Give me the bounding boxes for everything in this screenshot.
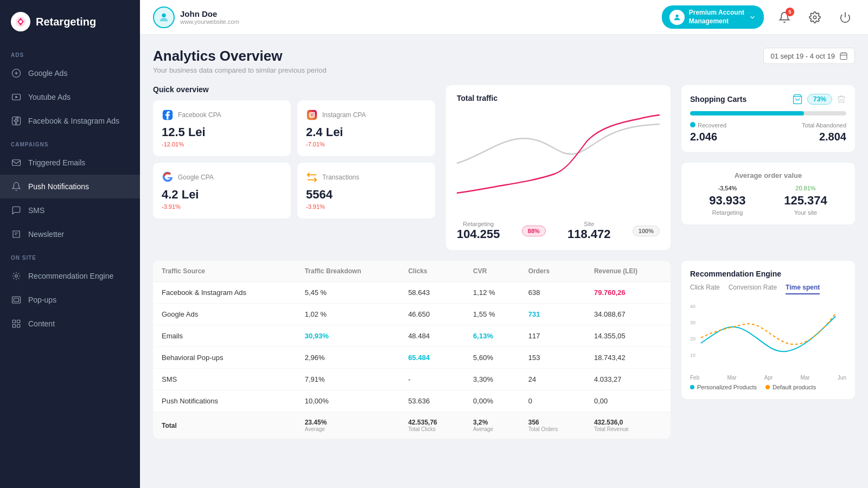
google-cpa-change: -3.91% bbox=[162, 203, 282, 210]
sidebar-item-newsletter[interactable]: Newsletter bbox=[0, 222, 140, 246]
right-panel: Shopping Carts 73% Recovered 2.0 bbox=[681, 85, 855, 250]
quick-overview-title: Quick overview bbox=[153, 85, 435, 94]
svg-rect-12 bbox=[12, 325, 15, 328]
svg-rect-13 bbox=[17, 325, 20, 328]
site-traffic: Site 118.472 bbox=[567, 221, 611, 241]
ads-section-label: ADS bbox=[0, 43, 140, 61]
svg-rect-9 bbox=[14, 298, 19, 301]
retargeting-traffic: Retargeting 104.255 bbox=[457, 221, 500, 241]
rec-engine-card: Recommendation Engine Click Rate Convers… bbox=[681, 261, 855, 399]
tab-time-spent[interactable]: Time spent bbox=[786, 284, 820, 294]
rec-legend: Personalized Products Default products bbox=[690, 384, 846, 390]
avg-order-card: Average order value -3,54% 93.933 Retarg… bbox=[681, 163, 855, 224]
sidebar-item-label: Pop-ups bbox=[28, 296, 56, 304]
table-row: Google Ads 1,02 % 46.650 1,55 % 731 34.0… bbox=[153, 304, 671, 325]
page-header: Analytics Overview Your business data co… bbox=[153, 48, 855, 74]
avg-order-title: Average order value bbox=[690, 171, 846, 179]
ai-icon bbox=[11, 271, 22, 281]
sidebar-item-google-ads[interactable]: Google Ads bbox=[0, 61, 140, 85]
google-cpa-label: Google CPA bbox=[178, 174, 214, 181]
shopping-carts-title: Shopping Carts bbox=[690, 95, 746, 104]
sidebar-item-sms[interactable]: SMS bbox=[0, 198, 140, 222]
abandoned-stat: Total Abandoned 2.804 bbox=[802, 122, 846, 143]
bottom-row: Traffic Source Traffic Breakdown Clicks … bbox=[153, 261, 855, 439]
email-icon bbox=[11, 157, 22, 168]
svg-point-23 bbox=[314, 112, 315, 113]
instagram-cpa-change: -7.01% bbox=[306, 141, 426, 147]
transactions-value: 5564 bbox=[306, 188, 426, 202]
tab-conversion-rate[interactable]: Conversion Rate bbox=[729, 284, 777, 294]
sidebar-item-youtube-ads[interactable]: Youtube Ads bbox=[0, 85, 140, 109]
popup-icon bbox=[11, 294, 22, 305]
user-info: John Doe www.yourwebsite.com bbox=[153, 7, 239, 28]
table-total-row: Total 23.45%Average 42.535,76Total Click… bbox=[153, 412, 671, 439]
transactions-change: -3.91% bbox=[306, 203, 426, 210]
site-pct-badge: 100% bbox=[633, 226, 660, 236]
table-row: SMS 7,91% - 3,30% 24 4.033,27 bbox=[153, 369, 671, 390]
traffic-table: Traffic Source Traffic Breakdown Clicks … bbox=[153, 261, 671, 439]
sidebar-item-label: Push Notifications bbox=[28, 182, 89, 191]
google-ads-icon bbox=[11, 68, 22, 79]
sidebar-item-content[interactable]: Content bbox=[0, 312, 140, 336]
svg-rect-11 bbox=[17, 320, 20, 323]
onsite-section-label: ON SITE bbox=[0, 246, 140, 264]
settings-button[interactable] bbox=[805, 8, 825, 27]
sidebar-item-facebook-instagram-ads[interactable]: Facebook & Instagram Ads bbox=[0, 109, 140, 133]
instagram-cpa-label: Instagram CPA bbox=[322, 111, 366, 119]
svg-point-7 bbox=[15, 275, 18, 278]
header: John Doe www.yourwebsite.com Premium Acc… bbox=[140, 0, 868, 35]
sidebar-item-recommendation-engine[interactable]: Recommendation Engine bbox=[0, 264, 140, 288]
sms-icon bbox=[11, 205, 22, 216]
newsletter-icon bbox=[11, 229, 22, 240]
tab-click-rate[interactable]: Click Rate bbox=[690, 284, 720, 294]
col-cvr: CVR bbox=[464, 261, 520, 282]
cart-icon bbox=[792, 94, 803, 105]
transactions-icon bbox=[306, 171, 318, 183]
svg-text:30: 30 bbox=[690, 320, 695, 325]
content: Analytics Overview Your business data co… bbox=[140, 35, 868, 488]
col-clicks: Clicks bbox=[399, 261, 464, 282]
traffic-title: Total traffic bbox=[457, 94, 660, 102]
page-title: Analytics Overview bbox=[153, 48, 327, 65]
notifications-button[interactable]: 5 bbox=[775, 8, 794, 27]
svg-point-16 bbox=[813, 16, 816, 19]
account-label: Premium AccountManagement bbox=[689, 9, 744, 25]
power-button[interactable] bbox=[835, 8, 855, 27]
sidebar-item-label: Newsletter bbox=[28, 230, 64, 239]
sidebar-item-pop-ups[interactable]: Pop-ups bbox=[0, 288, 140, 312]
rec-engine-section: Recommendation Engine Click Rate Convers… bbox=[681, 261, 855, 439]
cart-stats: Recovered 2.046 Total Abandoned 2.804 bbox=[690, 122, 846, 143]
svg-rect-10 bbox=[12, 320, 15, 323]
svg-text:10: 10 bbox=[690, 352, 695, 358]
table-row: Emails 30,93% 48.484 6,13% 117 14.355,05 bbox=[153, 325, 671, 347]
sidebar-item-push-notifications[interactable]: Push Notifications bbox=[0, 175, 140, 198]
google-cpa-value: 4.2 Lei bbox=[162, 188, 282, 202]
header-right: Premium AccountManagement 5 bbox=[662, 5, 855, 29]
svg-rect-18 bbox=[840, 53, 847, 60]
svg-rect-20 bbox=[307, 110, 317, 120]
svg-text:20: 20 bbox=[690, 336, 695, 342]
sidebar-item-label: Content bbox=[28, 319, 55, 328]
trash-icon bbox=[837, 94, 846, 104]
recovered-stat: Recovered 2.046 bbox=[690, 122, 726, 143]
logo-text: Retargeting bbox=[36, 16, 96, 28]
facebook-cpa-label: Facebook CPA bbox=[178, 111, 221, 119]
date-range-picker[interactable]: 01 sept 19 - 4 oct 19 bbox=[763, 48, 855, 64]
facebook-card-icon bbox=[162, 109, 174, 121]
main-area: John Doe www.yourwebsite.com Premium Acc… bbox=[140, 0, 868, 488]
rec-engine-chart: 40 30 20 10 bbox=[690, 300, 846, 370]
sidebar-item-triggered-emails[interactable]: Triggered Emails bbox=[0, 151, 140, 175]
site-avg: 20.81% 125.374 Your site bbox=[784, 185, 827, 216]
quick-overview-section: Quick overview Facebook CPA 12.5 Lei -12… bbox=[153, 85, 435, 250]
retargeting-avg: -3,54% 93.933 Retargeting bbox=[709, 185, 745, 216]
rec-engine-title: Recommendation Engine bbox=[690, 269, 846, 278]
transactions-label: Transactions bbox=[322, 174, 359, 181]
table-row: Behavioral Pop-ups 2,96% 65.484 5,60% 15… bbox=[153, 347, 671, 369]
user-name: John Doe bbox=[180, 9, 239, 18]
page-subtitle: Your business data compared to similar p… bbox=[153, 66, 327, 74]
instagram-cpa-card: Instagram CPA 2.4 Lei -7.01% bbox=[297, 100, 435, 156]
google-cpa-icon bbox=[162, 171, 174, 183]
premium-account-badge[interactable]: Premium AccountManagement bbox=[662, 5, 764, 29]
account-icon bbox=[669, 10, 685, 25]
legend-personalized: Personalized Products bbox=[690, 384, 757, 390]
